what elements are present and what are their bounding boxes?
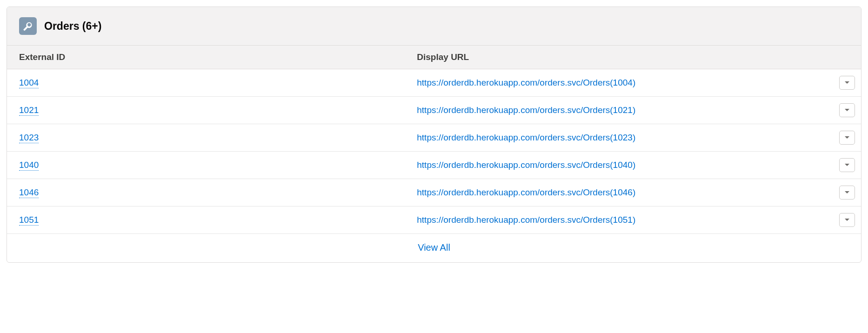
chevron-down-icon (844, 107, 850, 114)
table-row: 1004 https://orderdb.herokuapp.com/order… (7, 69, 861, 97)
chevron-down-icon (844, 217, 850, 224)
row-action-button[interactable] (839, 103, 855, 117)
display-url-link[interactable]: https://orderdb.herokuapp.com/orders.svc… (417, 160, 635, 170)
table-row: 1051 https://orderdb.herokuapp.com/order… (7, 206, 861, 234)
external-id-link[interactable]: 1004 (19, 78, 39, 88)
external-id-link[interactable]: 1046 (19, 187, 39, 198)
chevron-down-icon (844, 162, 850, 169)
column-header-external-id: External ID (7, 52, 417, 62)
table-row: 1023 https://orderdb.herokuapp.com/order… (7, 124, 861, 152)
row-action-button[interactable] (839, 158, 855, 172)
row-action-button[interactable] (839, 76, 855, 90)
column-header-display-url: Display URL (417, 52, 861, 62)
chevron-down-icon (844, 80, 850, 87)
chevron-down-icon (844, 189, 850, 196)
table-row: 1021 https://orderdb.herokuapp.com/order… (7, 97, 861, 124)
orders-panel: Orders (6+) External ID Display URL 1004… (7, 7, 861, 263)
panel-header: Orders (6+) (7, 7, 861, 46)
column-headers: External ID Display URL (7, 46, 861, 69)
wrench-icon (19, 17, 37, 35)
external-id-link[interactable]: 1023 (19, 133, 39, 143)
display-url-link[interactable]: https://orderdb.herokuapp.com/orders.svc… (417, 187, 635, 197)
display-url-link[interactable]: https://orderdb.herokuapp.com/orders.svc… (417, 133, 635, 142)
table-body: 1004 https://orderdb.herokuapp.com/order… (7, 69, 861, 234)
table-row: 1046 https://orderdb.herokuapp.com/order… (7, 179, 861, 206)
display-url-link[interactable]: https://orderdb.herokuapp.com/orders.svc… (417, 215, 635, 225)
panel-title: Orders (6+) (44, 20, 101, 33)
row-action-button[interactable] (839, 186, 855, 200)
chevron-down-icon (844, 134, 850, 141)
table-row: 1040 https://orderdb.herokuapp.com/order… (7, 152, 861, 179)
display-url-link[interactable]: https://orderdb.herokuapp.com/orders.svc… (417, 78, 635, 87)
display-url-link[interactable]: https://orderdb.herokuapp.com/orders.svc… (417, 105, 635, 115)
external-id-link[interactable]: 1040 (19, 160, 39, 171)
external-id-link[interactable]: 1021 (19, 105, 39, 116)
row-action-button[interactable] (839, 213, 855, 227)
view-all-link[interactable]: View All (418, 242, 450, 253)
external-id-link[interactable]: 1051 (19, 215, 39, 226)
row-action-button[interactable] (839, 131, 855, 145)
panel-footer: View All (7, 234, 861, 262)
